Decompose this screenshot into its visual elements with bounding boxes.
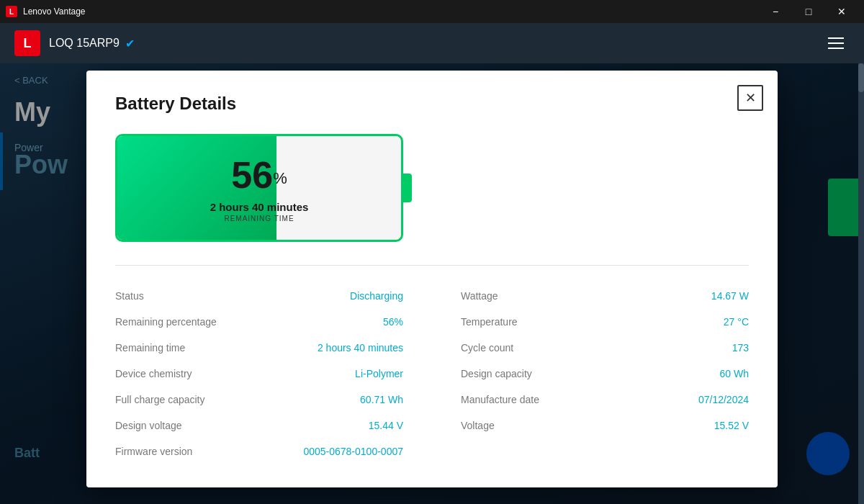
detail-value-right-0: 14.67 W [711,290,749,302]
battery-shell: 56% 2 hours 40 minutes REMAINING TIME [115,134,403,242]
detail-label-right-3: Design capacity [461,368,576,379]
detail-row-right-1: Temperature 27 °C [461,309,749,335]
battery-content: 56% 2 hours 40 minutes REMAINING TIME [117,136,401,240]
detail-row-left-3: Device chemistry Li-Polymer [115,361,403,387]
detail-row-right-4: Manufacture date 07/12/2024 [461,387,749,413]
hamburger-line-2 [828,42,844,44]
detail-row-left-4: Full charge capacity 60.71 Wh [115,387,403,413]
detail-value-right-5: 15.52 V [714,420,749,431]
detail-label-right-2: Cycle count [461,342,576,354]
window-controls: − □ ✕ [759,0,858,23]
hamburger-menu-button[interactable] [822,32,850,55]
device-name: LOQ 15ARP9 ✔ [49,37,135,50]
app-header-left: L LOQ 15ARP9 ✔ [14,30,135,56]
scrollbar-track[interactable] [858,63,864,504]
detail-label-left-4: Full charge capacity [115,394,230,405]
details-right-column: Wattage 14.67 W Temperature 27 °C Cycle … [461,283,749,464]
detail-row-right-2: Cycle count 173 [461,335,749,361]
detail-label-left-1: Remaining percentage [115,316,230,328]
detail-value-left-0: Discharging [350,290,403,302]
detail-row-right-3: Design capacity 60 Wh [461,361,749,387]
battery-percent-sign: % [273,169,287,187]
modal-backdrop: Battery Details ✕ 56% 2 hours 40 minutes… [0,63,864,504]
detail-value-left-2: 2 hours 40 minutes [318,342,403,354]
battery-percentage-display: 56% [231,153,287,197]
detail-value-left-5: 15.44 V [369,420,403,431]
titlebar-close-button[interactable]: ✕ [825,0,858,23]
battery-wrapper: 56% 2 hours 40 minutes REMAINING TIME [115,134,403,242]
detail-value-left-6: 0005-0678-0100-0007 [303,446,403,457]
detail-value-left-3: Li-Polymer [355,368,403,379]
detail-value-left-1: 56% [383,316,403,328]
detail-row-left-1: Remaining percentage 56% [115,309,403,335]
detail-row-left-2: Remaining time 2 hours 40 minutes [115,335,403,361]
battery-details-modal: Battery Details ✕ 56% 2 hours 40 minutes… [86,71,778,487]
titlebar: L Lenovo Vantage − □ ✕ [0,0,864,23]
battery-percent-number: 56 [231,154,273,196]
detail-row-left-5: Design voltage 15.44 V [115,413,403,438]
detail-value-right-1: 27 °C [724,316,749,328]
detail-label-right-0: Wattage [461,290,576,302]
detail-row-left-6: Firmware version 0005-0678-0100-0007 [115,438,403,464]
detail-label-left-0: Status [115,290,230,302]
modal-close-button[interactable]: ✕ [737,85,763,111]
hamburger-line-1 [828,37,844,39]
detail-label-left-2: Remaining time [115,342,230,354]
detail-value-left-4: 60.71 Wh [360,394,403,405]
detail-label-left-6: Firmware version [115,446,230,457]
minimize-button[interactable]: − [759,0,792,23]
hamburger-line-3 [828,48,844,49]
detail-label-right-4: Manufacture date [461,394,576,405]
verified-icon: ✔ [125,37,135,50]
app-icon: L [6,6,17,17]
titlebar-left: L Lenovo Vantage [6,6,86,17]
battery-terminal [403,174,412,202]
app-header: L LOQ 15ARP9 ✔ [0,23,864,63]
battery-visual-container: 56% 2 hours 40 minutes REMAINING TIME [115,134,749,245]
scrollbar-thumb[interactable] [858,63,864,92]
maximize-button[interactable]: □ [792,0,825,23]
detail-label-right-1: Temperature [461,316,576,328]
app-title: Lenovo Vantage [23,6,86,17]
battery-remaining-time: 2 hours 40 minutes [210,201,309,213]
detail-row-right-5: Voltage 15.52 V [461,413,749,438]
details-left-column: Status Discharging Remaining percentage … [115,283,403,464]
details-grid: Status Discharging Remaining percentage … [115,283,749,464]
detail-label-right-5: Voltage [461,420,576,431]
detail-row-right-0: Wattage 14.67 W [461,283,749,309]
modal-title: Battery Details [115,94,749,114]
detail-label-left-5: Design voltage [115,420,230,431]
lenovo-logo: L [14,30,40,56]
detail-row-left-0: Status Discharging [115,283,403,309]
detail-label-left-3: Device chemistry [115,368,230,379]
battery-remaining-label: REMAINING TIME [224,215,294,222]
details-divider [115,265,749,266]
detail-value-right-4: 07/12/2024 [698,394,749,405]
detail-value-right-2: 173 [732,342,749,354]
detail-value-right-3: 60 Wh [720,368,749,379]
